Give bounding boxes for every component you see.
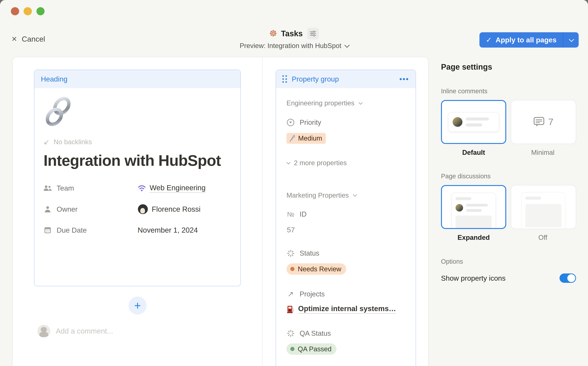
property-group-label: Property group <box>292 75 339 83</box>
chevron-down-icon <box>345 43 350 48</box>
team-label: Team <box>57 184 74 192</box>
apply-button-group: ✓ Apply to all pages <box>479 32 579 48</box>
section-engineering-properties[interactable]: Engineering properties <box>287 99 405 107</box>
status-label: Status <box>300 249 319 257</box>
comment-bubble-icon <box>533 117 545 127</box>
database-title: Tasks <box>281 29 303 38</box>
avatar <box>453 117 463 127</box>
status-spinner-icon <box>287 250 295 257</box>
qa-status-property[interactable]: QA Status <box>287 329 405 337</box>
owner-value[interactable]: Florence Rossi <box>152 205 200 213</box>
qa-status-label: QA Status <box>300 329 331 337</box>
id-property[interactable]: № ID <box>287 210 405 218</box>
more-properties-label: 2 more properties <box>294 159 347 167</box>
zoom-window-button[interactable] <box>36 7 45 15</box>
priority-icon <box>287 119 295 126</box>
property-row-owner[interactable]: Owner Florence Rossi <box>43 199 231 220</box>
apply-options-dropdown[interactable] <box>563 32 579 48</box>
default-option-label: Default <box>441 149 506 156</box>
plus-icon: + <box>134 299 141 312</box>
chain-links-page-icon <box>43 96 73 127</box>
projects-label: Projects <box>300 290 325 298</box>
status-dot-icon <box>290 267 294 271</box>
arrow-northeast-icon: ↗ <box>287 290 295 298</box>
property-row-due-date[interactable]: Due Date November 1, 2024 <box>43 220 231 241</box>
projects-value-link[interactable]: Optimize internal systems… <box>298 304 396 313</box>
status-dot-icon <box>290 347 294 351</box>
preview-label: Preview: Integration with HubSpot <box>240 42 341 50</box>
comment-count: 7 <box>548 116 554 127</box>
column-divider <box>262 57 262 366</box>
backlinks-button[interactable]: ↙ No backlinks <box>43 138 231 146</box>
inline-comments-minimal-option[interactable]: 7 <box>511 100 576 144</box>
qa-status-value: QA Passed <box>298 345 332 353</box>
qa-status-value-pill[interactable]: QA Passed <box>287 343 337 355</box>
projects-property[interactable]: ↗ Projects <box>287 290 405 298</box>
sliders-icon <box>310 31 316 36</box>
numero-icon: № <box>287 210 295 218</box>
priority-label: Priority <box>300 119 321 127</box>
status-property[interactable]: Status <box>287 249 405 257</box>
toggle-knob <box>567 274 575 282</box>
marketing-section-label: Marketing Properties <box>287 191 349 199</box>
page-discussions-expanded-option[interactable] <box>441 185 506 229</box>
status-spinner-icon <box>287 330 295 337</box>
people-icon <box>43 185 52 191</box>
needle-icon <box>289 134 296 142</box>
priority-value-tag[interactable]: Medium <box>287 133 326 144</box>
priority-property[interactable]: Priority <box>287 119 405 127</box>
layout-options-button[interactable] <box>307 28 319 39</box>
show-property-icons-toggle[interactable] <box>559 274 576 283</box>
due-date-value[interactable]: November 1, 2024 <box>138 226 198 234</box>
status-value: Needs Review <box>298 265 341 273</box>
chevron-down-icon <box>287 160 290 164</box>
check-icon: ✓ <box>486 36 492 44</box>
chevron-down-icon <box>353 193 357 197</box>
inline-comments-default-option[interactable] <box>441 100 506 144</box>
heading-block[interactable]: Heading ↙ No backlinks <box>34 69 241 286</box>
comment-placeholder: Add a comment... <box>56 327 113 335</box>
page-properties: Team Web Engineering <box>43 178 231 241</box>
property-row-team[interactable]: Team Web Engineering <box>43 178 231 199</box>
apply-label: Apply to all pages <box>495 36 557 44</box>
apply-to-all-pages-button[interactable]: ✓ Apply to all pages <box>479 32 563 48</box>
property-group-header[interactable]: Property group ••• <box>276 70 416 88</box>
engineering-section-label: Engineering properties <box>287 99 354 107</box>
status-value-pill[interactable]: Needs Review <box>287 263 346 275</box>
id-value[interactable]: 57 <box>287 226 405 234</box>
calendar-icon <box>43 227 52 234</box>
more-properties-toggle[interactable]: 2 more properties <box>287 159 405 167</box>
drag-handle-icon[interactable] <box>282 75 287 83</box>
heading-block-label: Heading <box>41 75 67 83</box>
helm-wheel-icon: ☸ <box>269 29 277 38</box>
page-discussions-label: Page discussions <box>441 173 576 180</box>
page-discussions-off-option[interactable] <box>511 185 576 229</box>
show-property-icons-label: Show property icons <box>441 274 505 282</box>
page-settings-panel: Page settings Inline comments <box>441 62 576 283</box>
inline-comments-label: Inline comments <box>441 87 576 95</box>
close-window-button[interactable] <box>11 7 19 15</box>
page-settings-title: Page settings <box>441 62 576 71</box>
comment-composer[interactable]: Add a comment... <box>37 325 113 337</box>
wifi-icon <box>138 185 146 191</box>
off-option-label: Off <box>511 234 575 241</box>
heading-block-header[interactable]: Heading <box>34 70 240 88</box>
due-date-label: Due Date <box>57 226 87 234</box>
minimal-option-label: Minimal <box>511 149 575 156</box>
team-value-link[interactable]: Web Engineering <box>149 183 205 193</box>
minimize-window-button[interactable] <box>24 7 32 15</box>
preview-selector[interactable]: Preview: Integration with HubSpot <box>240 42 348 50</box>
avatar <box>455 204 463 212</box>
id-label: ID <box>300 210 306 218</box>
property-group-block[interactable]: Property group ••• Engineering propertie… <box>276 69 416 366</box>
priority-value: Medium <box>298 134 322 142</box>
show-property-icons-row: Show property icons <box>441 274 576 283</box>
add-block-button[interactable]: + <box>129 297 147 315</box>
page-title[interactable]: Integration with HubSpot <box>43 152 224 169</box>
fuel-pump-icon <box>287 305 294 313</box>
app-window: × Cancel ☸ Tasks Preview: Integration wi… <box>0 0 588 366</box>
more-menu-icon[interactable]: ••• <box>399 75 409 83</box>
person-icon <box>43 206 52 213</box>
owner-avatar <box>138 204 148 214</box>
section-marketing-properties[interactable]: Marketing Properties <box>287 191 405 199</box>
